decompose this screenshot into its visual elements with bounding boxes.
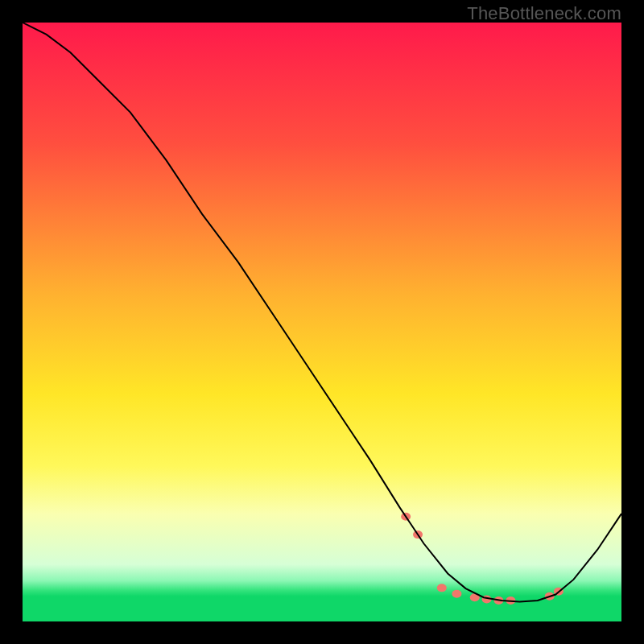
watermark-text: TheBottleneck.com (467, 3, 621, 24)
bottleneck-chart (23, 23, 621, 621)
marker-dot (437, 584, 447, 592)
marker-dot (452, 590, 461, 598)
gradient-background (23, 23, 621, 621)
chart-frame (23, 23, 621, 621)
